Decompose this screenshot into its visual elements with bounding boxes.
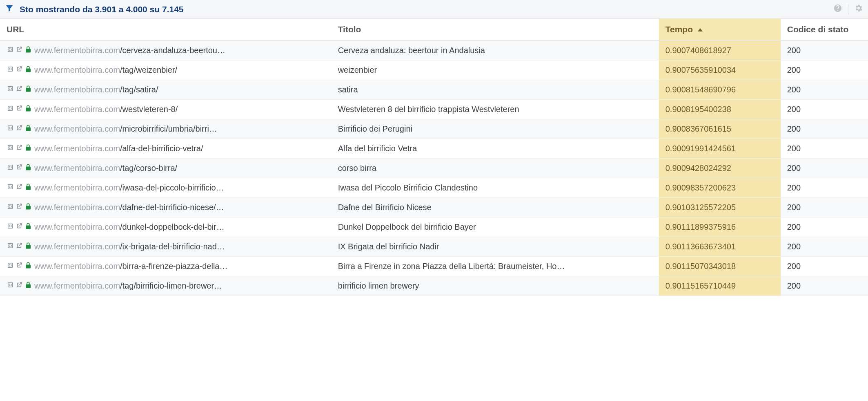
status-cell: 200: [781, 237, 868, 257]
external-link-icon[interactable]: [16, 262, 23, 271]
url-cell: www.fermentobirra.com/microbirrifici/umb…: [7, 124, 325, 134]
url-text[interactable]: www.fermentobirra.com/alfa-del-birrifici…: [34, 144, 325, 153]
external-link-icon[interactable]: [16, 105, 23, 114]
url-text[interactable]: www.fermentobirra.com/dunkel-doppelbock-…: [34, 222, 325, 232]
url-cell: www.fermentobirra.com/westvleteren-8/: [7, 105, 325, 114]
external-link-icon[interactable]: [16, 164, 23, 173]
url-domain: www.fermentobirra.com: [34, 164, 120, 172]
column-header-time-label: Tempo: [665, 25, 693, 34]
code-icon[interactable]: [7, 144, 14, 153]
url-text[interactable]: www.fermentobirra.com/tag/birrificio-lim…: [34, 281, 325, 291]
lock-icon: [24, 164, 32, 173]
external-link-icon[interactable]: [16, 46, 23, 55]
url-text[interactable]: www.fermentobirra.com/dafne-del-birrific…: [34, 203, 325, 212]
title-cell: birrificio limen brewery: [332, 276, 659, 296]
external-link-icon[interactable]: [16, 281, 23, 291]
help-icon[interactable]: [833, 4, 842, 15]
gear-icon[interactable]: [854, 4, 863, 15]
code-icon[interactable]: [7, 65, 14, 75]
title-cell: Birra a Firenze in zona Piazza della Lib…: [332, 257, 659, 276]
url-path: /microbirrifici/umbria/birri…: [120, 124, 217, 133]
table-row[interactable]: www.fermentobirra.com/cerveza-andaluza-b…: [0, 40, 868, 60]
table-row[interactable]: www.fermentobirra.com/tag/weizenbier/ we…: [0, 60, 868, 80]
table-row[interactable]: www.fermentobirra.com/iwasa-del-piccolo-…: [0, 178, 868, 198]
url-text[interactable]: www.fermentobirra.com/ix-brigata-del-bir…: [34, 242, 325, 251]
status-cell: 200: [781, 119, 868, 139]
lock-icon: [24, 105, 32, 114]
url-text[interactable]: www.fermentobirra.com/westvleteren-8/: [34, 105, 325, 114]
lock-icon: [24, 183, 32, 193]
time-cell: 0.9008367061615: [659, 119, 781, 139]
url-path: /iwasa-del-piccolo-birrificio…: [120, 183, 224, 192]
code-icon[interactable]: [7, 183, 14, 193]
status-cell: 200: [781, 139, 868, 159]
time-cell: 0.90111899375916: [659, 217, 781, 237]
table-row[interactable]: www.fermentobirra.com/dunkel-doppelbock-…: [0, 217, 868, 237]
url-text[interactable]: www.fermentobirra.com/birra-a-firenze-pi…: [34, 262, 325, 271]
column-header-status[interactable]: Codice di stato: [781, 19, 868, 40]
status-cell: 200: [781, 100, 868, 119]
url-text[interactable]: www.fermentobirra.com/cerveza-andaluza-b…: [34, 46, 325, 55]
url-text[interactable]: www.fermentobirra.com/microbirrifici/umb…: [34, 124, 325, 134]
url-text[interactable]: www.fermentobirra.com/iwasa-del-piccolo-…: [34, 183, 325, 193]
code-icon[interactable]: [7, 164, 14, 173]
url-cell: www.fermentobirra.com/dunkel-doppelbock-…: [7, 222, 325, 232]
code-icon[interactable]: [7, 242, 14, 251]
table-row[interactable]: www.fermentobirra.com/alfa-del-birrifici…: [0, 139, 868, 159]
time-cell: 0.9008195400238: [659, 100, 781, 119]
lock-icon: [24, 222, 32, 232]
external-link-icon[interactable]: [16, 124, 23, 134]
toolbar-right: [833, 4, 863, 15]
table-row[interactable]: www.fermentobirra.com/microbirrifici/umb…: [0, 119, 868, 139]
code-icon[interactable]: [7, 262, 14, 271]
filter-icon[interactable]: [5, 4, 14, 15]
url-text[interactable]: www.fermentobirra.com/tag/corso-birra/: [34, 164, 325, 173]
code-icon[interactable]: [7, 222, 14, 232]
table-header-row: URL Titolo Tempo Codice di stato: [0, 19, 868, 40]
time-cell: 0.90103125572205: [659, 198, 781, 217]
table-row[interactable]: www.fermentobirra.com/birra-a-firenze-pi…: [0, 257, 868, 276]
external-link-icon[interactable]: [16, 242, 23, 251]
lock-icon: [24, 124, 32, 134]
code-icon[interactable]: [7, 124, 14, 134]
code-icon[interactable]: [7, 85, 14, 94]
table-row[interactable]: www.fermentobirra.com/dafne-del-birrific…: [0, 198, 868, 217]
time-cell: 0.90115165710449: [659, 276, 781, 296]
column-header-time[interactable]: Tempo: [659, 19, 781, 40]
code-icon[interactable]: [7, 46, 14, 55]
title-cell: Cerveza andaluza: beertour in Andalusia: [332, 40, 659, 60]
lock-icon: [24, 203, 32, 212]
external-link-icon[interactable]: [16, 65, 23, 75]
table-row[interactable]: www.fermentobirra.com/tag/satira/ satira…: [0, 80, 868, 100]
external-link-icon[interactable]: [16, 183, 23, 193]
column-header-title[interactable]: Titolo: [332, 19, 659, 40]
external-link-icon[interactable]: [16, 203, 23, 212]
table-row[interactable]: www.fermentobirra.com/ix-brigata-del-bir…: [0, 237, 868, 257]
url-cell: www.fermentobirra.com/ix-brigata-del-bir…: [7, 242, 325, 251]
title-cell: IX Brigata del birrificio Nadir: [332, 237, 659, 257]
status-cell: 200: [781, 198, 868, 217]
status-cell: 200: [781, 257, 868, 276]
code-icon[interactable]: [7, 281, 14, 291]
external-link-icon[interactable]: [16, 222, 23, 232]
code-icon[interactable]: [7, 203, 14, 212]
lock-icon: [24, 262, 32, 271]
time-cell: 0.9009428024292: [659, 159, 781, 178]
url-path: /birra-a-firenze-piazza-della…: [120, 262, 227, 271]
url-domain: www.fermentobirra.com: [34, 105, 120, 114]
results-table: URL Titolo Tempo Codice di stato: [0, 19, 868, 296]
url-text[interactable]: www.fermentobirra.com/tag/weizenbier/: [34, 65, 325, 75]
external-link-icon[interactable]: [16, 85, 23, 94]
code-icon[interactable]: [7, 105, 14, 114]
table-row[interactable]: www.fermentobirra.com/tag/birrificio-lim…: [0, 276, 868, 296]
results-summary: Sto mostrando da 3.901 a 4.000 su 7.145: [20, 4, 184, 14]
toolbar-left: Sto mostrando da 3.901 a 4.000 su 7.145: [5, 4, 184, 15]
url-path: /ix-brigata-del-birrificio-nad…: [120, 242, 225, 251]
title-cell: Westvleteren 8 del birrificio trappista …: [332, 100, 659, 119]
table-row[interactable]: www.fermentobirra.com/tag/corso-birra/ c…: [0, 159, 868, 178]
external-link-icon[interactable]: [16, 144, 23, 153]
column-header-url[interactable]: URL: [0, 19, 332, 40]
status-cell: 200: [781, 159, 868, 178]
table-row[interactable]: www.fermentobirra.com/westvleteren-8/ We…: [0, 100, 868, 119]
url-text[interactable]: www.fermentobirra.com/tag/satira/: [34, 85, 325, 94]
